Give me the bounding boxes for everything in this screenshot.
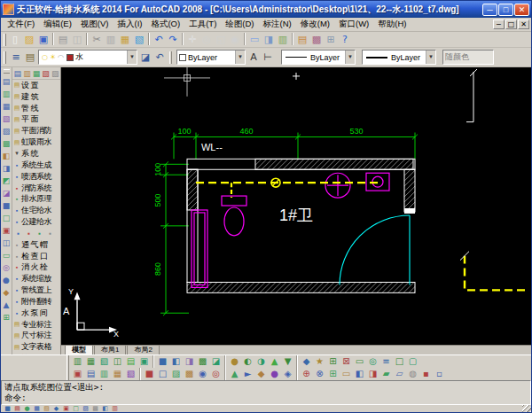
sidebar-item-paishui-yuanli[interactable]: ▪排水原理 [12,193,60,205]
sidebar-item-pingmian[interactable]: ▤平 面 [12,114,60,126]
layer-on-bulb-icon[interactable]: ○ [41,51,49,64]
quickcalc-icon[interactable]: ⊞ [324,33,338,46]
zoom-previous-icon[interactable]: ◉ [228,33,242,46]
match-properties-icon[interactable]: ▧ [132,33,146,46]
sidebar-item-pingmian-xiaofang[interactable]: ▤平面消防 [12,125,60,136]
tz-tool-icon[interactable]: ▧ [98,355,111,367]
color-select[interactable]: ByLayer ▼ [176,50,246,65]
tz-vtool-icon[interactable]: ▥ [1,88,12,100]
tz-tool-icon[interactable]: ⊠ [340,355,353,367]
menu-config-icon[interactable]: ▨ [51,68,59,79]
status-tool-icon[interactable]: □ [71,405,81,412]
tz-vtool-icon[interactable]: □ [1,212,12,224]
sidebar-item-jianchakou[interactable]: ▪检 查 口 [12,251,60,262]
redo-icon[interactable]: ↷ [166,33,180,46]
menu-item-9[interactable]: 修改(M) [296,18,334,31]
tz-tool-icon[interactable]: ▼ [281,355,294,367]
layer-states-icon[interactable]: ▤ [23,51,37,64]
tz-vtool-icon[interactable]: ◎ [1,261,12,274]
menu-open-icon[interactable]: ▥ [23,68,32,79]
tz-vtool-icon[interactable]: ◧ [1,150,12,162]
tz-tool-icon[interactable]: ▲ [228,368,241,379]
menu-item-7[interactable]: 绘图(D) [221,18,258,31]
zoom-realtime-icon[interactable]: ◎ [200,33,214,46]
sidebar-item-xiaohuoshuan[interactable]: ▪消 火 栓 [12,262,60,274]
sidebar-item-guanxian[interactable]: ▤管 线 [12,103,60,114]
style-1-icon[interactable]: ▪ [13,230,23,238]
plotstyle-select[interactable]: 随颜色 [442,50,494,65]
undo-icon[interactable]: ↶ [152,33,166,46]
status-tool-icon[interactable]: ▦ [32,405,42,412]
menu-item-11[interactable]: 帮助(H) [373,18,411,31]
mdi-restore-icon[interactable]: □ [505,19,517,29]
sidebar-item-xiaofang-xitong[interactable]: ▪消防系统 [12,183,60,194]
tz-tool-icon[interactable]: ⊞ [326,368,340,379]
mdi-minimize-icon[interactable]: ─ [493,19,505,29]
tz-tool-icon[interactable]: ▢ [406,355,419,367]
menu-item-3[interactable]: 视图(V) [76,18,113,31]
status-tool-icon[interactable]: ▧ [42,405,51,412]
tz-tool-icon[interactable]: □ [393,355,406,367]
tz-vtool-icon[interactable]: ▣ [1,224,12,237]
menu-item-4[interactable]: 插入(I) [113,18,146,31]
tz-tool-icon[interactable]: ⊗ [313,368,326,379]
sidebar-item-xitong-suofang[interactable]: ▪系统缩放 [12,273,60,284]
status-tool-icon[interactable]: ◧ [100,405,110,412]
menu-item-5[interactable]: 格式(O) [146,18,184,31]
tz-vtool-icon[interactable]: ⊞ [1,311,12,323]
sidebar-item-jianzhu[interactable]: ▤建 筑 [12,91,60,103]
toolbar-grip[interactable] [4,51,6,64]
pan-icon[interactable]: ✛ [185,33,200,46]
tz-vtool-icon[interactable]: ◩ [1,175,12,187]
sidebar-item-tongqimao[interactable]: ▪通 气 帽 [12,239,60,251]
layer-properties-icon[interactable]: ≡ [9,51,23,64]
sidebar-item-guanxian-zhishang[interactable]: ▪管线置上 [12,284,60,296]
status-tool-icon[interactable]: ▣ [61,405,71,412]
tz-vtool-icon[interactable]: ▧ [1,113,12,125]
toolbar-grip[interactable] [169,51,172,64]
lineweight-select[interactable]: ByLayer ▼ [362,50,436,65]
tz-vtool-icon[interactable]: ▤ [1,75,12,88]
tz-tool-icon[interactable]: ⊞ [326,355,340,367]
tz-tool-icon[interactable]: ◧ [169,355,183,367]
sidebar-item-zhuzhai-jishui[interactable]: ▪住宅给水 [12,205,60,216]
tz-vtool-icon[interactable]: ▭ [1,249,12,261]
layer-previous-icon[interactable]: ↶ [153,51,167,64]
open-icon[interactable]: ▨ [22,33,36,46]
menu-item-1[interactable]: 文件(F) [3,18,39,31]
mdi-close-icon[interactable]: ✕ [518,19,529,29]
style-4-icon[interactable]: ▪ [45,230,55,238]
tz-tool-icon[interactable]: ⊕ [300,368,313,379]
status-tool-icon[interactable]: ■ [3,405,12,412]
toolbar-grip[interactable] [4,69,10,74]
sidebar-item-pensa-xitong[interactable]: ▪喷洒系统 [12,171,60,183]
menu-item-2[interactable]: 编辑(E) [39,18,76,31]
status-tool-icon[interactable]: ● [22,405,32,412]
tz-tool-icon[interactable]: □ [156,368,169,379]
tz-tool-icon[interactable]: ▩ [196,355,209,367]
dim-style-icon[interactable]: ⊢ [261,51,275,64]
tz-tool-icon[interactable]: ▩ [183,368,196,379]
plot-preview-icon[interactable]: ◫ [70,33,84,46]
menu-print-icon[interactable]: ▧ [42,68,51,79]
status-tool-icon[interactable]: ▨ [81,405,90,412]
toolbar-grip[interactable] [4,34,6,46]
tz-vtool-icon[interactable]: ▦ [1,100,12,113]
tz-tool-icon[interactable]: ● [228,355,241,367]
resize-grip[interactable] [522,405,531,412]
style-2-icon[interactable]: ▪ [24,230,34,238]
style-3-icon[interactable]: ▪ [35,230,44,238]
sidebar-item-hongxi-yushui[interactable]: ▤虹吸雨水 [12,136,60,148]
save-icon[interactable]: ▣ [36,33,51,46]
tz-tool-icon[interactable]: ◨ [366,368,379,379]
properties-icon[interactable]: ▭ [247,33,262,46]
tz-tool-icon[interactable]: ▭ [340,368,353,379]
tz-tool-icon[interactable]: ▰ [379,368,393,379]
menu-new-icon[interactable]: ▤ [13,68,22,79]
tz-tool-icon[interactable]: ◨ [183,355,196,367]
tz-tool-icon[interactable]: ▭ [353,355,366,367]
text-style-icon[interactable]: A [246,51,261,64]
sidebar-item-fujian-fanzhuan[interactable]: ▪附件翻转 [12,296,60,308]
menu-save-icon[interactable]: ▦ [32,68,41,79]
tz-tool-icon[interactable]: ★ [313,355,326,367]
